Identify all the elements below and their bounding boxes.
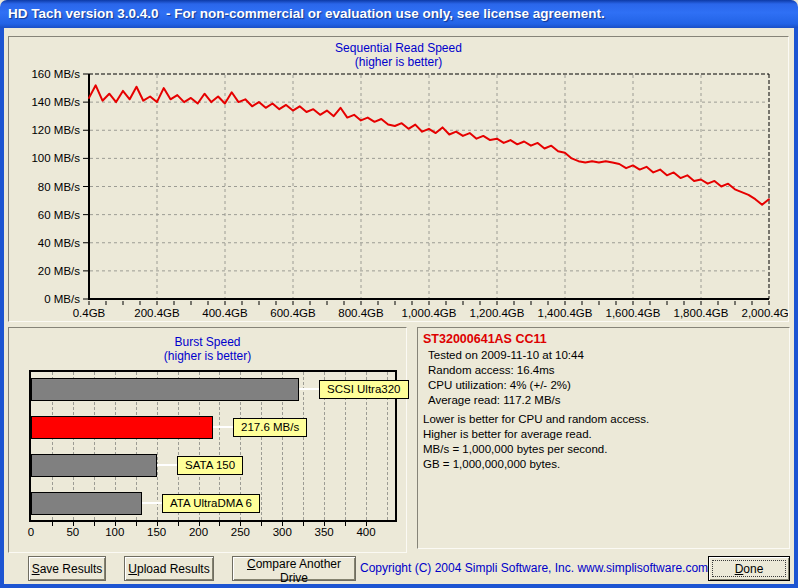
y-tick-label: 100 MB/s (31, 152, 80, 164)
note-line: Lower is better for CPU and random acces… (423, 412, 649, 427)
save-results-label: Save Results (29, 562, 105, 576)
x-tick-label: 1,400.4GB (538, 307, 593, 319)
burst-chart-subtitle: (higher is better) (9, 349, 406, 363)
x-tick-label: 0.4GB (73, 307, 106, 319)
seq-chart-subtitle: (higher is better) (9, 55, 788, 69)
x-tick-label: 350 (304, 526, 344, 538)
bar-label: ATA UltraDMA 6 (162, 494, 260, 513)
x-tick-label: 150 (137, 526, 177, 538)
x-tick-label: 50 (53, 526, 93, 538)
x-tick-label: 100 (95, 526, 135, 538)
sequential-read-chart: 0 MB/s20 MB/s40 MB/s60 MB/s80 MB/s100 MB… (9, 37, 788, 321)
done-label: Done (709, 562, 789, 576)
x-tick-label: 200.4GB (134, 307, 180, 319)
bar-label-connector (213, 426, 233, 428)
stat-line: CPU utilization: 4% (+/- 2%) (428, 378, 584, 393)
y-tick-label: 40 MB/s (38, 237, 80, 249)
drive-notes: Lower is better for CPU and random acces… (423, 412, 649, 472)
y-tick-label: 140 MB/s (31, 96, 80, 108)
x-tick-label: 200 (179, 526, 219, 538)
x-tick-label: 1,800.4GB (674, 307, 729, 319)
window-border-right (794, 28, 798, 584)
upload-results-button[interactable]: Upload Results (124, 556, 214, 581)
save-results-button[interactable]: Save Results (28, 556, 106, 581)
done-button[interactable]: Done (708, 556, 790, 581)
stat-line: Random access: 16.4ms (428, 363, 584, 378)
x-tick-label: 300 (262, 526, 302, 538)
window-border-left (0, 28, 4, 584)
window-border-bottom (0, 584, 798, 588)
bar-label: 217.6 MB/s (233, 418, 307, 437)
y-tick-label: 80 MB/s (38, 181, 80, 193)
x-tick-label: 1,200.4GB (470, 307, 525, 319)
compare-another-drive-button[interactable]: Compare Another Drive (232, 556, 356, 581)
x-tick-label: 0 (11, 526, 51, 538)
x-tick-label: 1,000.4GB (402, 307, 457, 319)
v-gridline (303, 372, 304, 520)
y-tick-label: 160 MB/s (31, 68, 80, 80)
x-tick-label: 600.4GB (270, 307, 316, 319)
x-tick-label: 400 (346, 526, 386, 538)
stat-line: Average read: 117.2 MB/s (428, 393, 584, 408)
bar-label-connector (142, 502, 162, 504)
burst-bar (31, 454, 157, 477)
y-tick-label: 20 MB/s (38, 265, 80, 277)
burst-chart-title: Burst Speed (9, 335, 406, 349)
bar-label-connector (299, 388, 319, 390)
burst-bar (31, 378, 299, 401)
bar-label-connector (157, 464, 177, 466)
seq-chart-title: Sequential Read Speed (9, 41, 788, 55)
y-tick-label: 60 MB/s (38, 209, 80, 221)
bar-label: SCSI Ultra320 (319, 380, 409, 399)
x-tick-label: 400.4GB (202, 307, 248, 319)
y-tick-label: 0 MB/s (44, 293, 80, 305)
upload-results-label: Upload Results (125, 562, 213, 576)
title-bar[interactable]: HD Tach version 3.0.4.0 - For non-commer… (0, 0, 798, 28)
compare-another-drive-label: Compare Another Drive (233, 557, 355, 585)
note-line: GB = 1,000,000,000 bytes. (423, 457, 649, 472)
burst-bar (31, 492, 142, 515)
x-tick-label: 2,000.4GB (742, 307, 788, 319)
sequential-read-panel: 0 MB/s20 MB/s40 MB/s60 MB/s80 MB/s100 MB… (8, 36, 789, 322)
drive-stats: Tested on 2009-11-10 at 10:44Random acce… (428, 348, 584, 408)
x-tick-label: 1,600.4GB (606, 307, 661, 319)
hdtach-window: HD Tach version 3.0.4.0 - For non-commer… (0, 0, 798, 588)
y-tick-label: 120 MB/s (31, 124, 80, 136)
burst-bar (31, 416, 213, 439)
note-line: MB/s = 1,000,000 bytes per second. (423, 442, 649, 457)
drive-info-panel: ST32000641AS CC11 Tested on 2009-11-10 a… (417, 327, 790, 549)
bar-label: SATA 150 (177, 456, 243, 475)
window-title: HD Tach version 3.0.4.0 - For non-commer… (8, 6, 605, 21)
burst-speed-panel: Burst Speed (higher is better) SCSI Ultr… (8, 327, 407, 553)
drive-model: ST32000641AS CC11 (423, 332, 547, 346)
x-tick-label: 250 (220, 526, 260, 538)
x-tick-label: 800.4GB (338, 307, 384, 319)
stat-line: Tested on 2009-11-10 at 10:44 (428, 348, 584, 363)
note-line: Higher is better for average read. (423, 427, 649, 442)
copyright-text: Copyright (C) 2004 Simpli Software, Inc.… (360, 561, 705, 575)
